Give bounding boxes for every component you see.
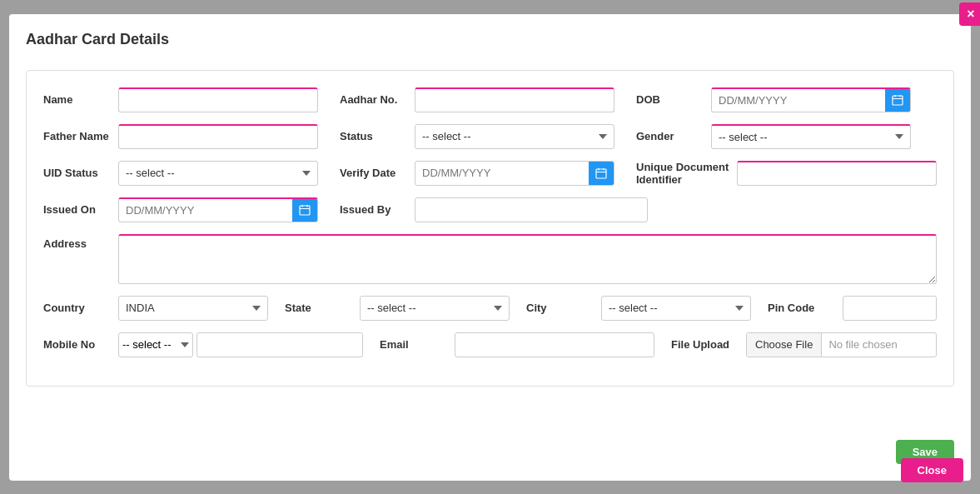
- aadhar-no-input[interactable]: [415, 87, 614, 112]
- issued-on-calendar-btn[interactable]: [292, 197, 317, 222]
- dob-label: DOB: [636, 93, 703, 106]
- issued-on-group: [118, 197, 318, 222]
- close-button[interactable]: Close: [901, 458, 963, 482]
- verify-date-label: Verify Date: [340, 167, 406, 179]
- state-select[interactable]: -- select --: [360, 296, 510, 321]
- status-label: Status: [340, 130, 406, 142]
- pin-code-label: Pin Code: [768, 302, 834, 314]
- issued-by-input[interactable]: [415, 197, 648, 222]
- modal-overlay: × Aadhar Card Details Name Aadhar No. DO…: [0, 0, 980, 494]
- no-file-chosen-label: No file chosen: [822, 334, 936, 355]
- dob-input[interactable]: [712, 90, 885, 111]
- country-select[interactable]: INDIA: [118, 296, 268, 321]
- mobile-select-group: -- select --: [118, 332, 363, 357]
- aadhar-no-label: Aadhar No.: [340, 93, 406, 106]
- city-select[interactable]: -- select --: [601, 296, 751, 321]
- form-row-address: Address: [43, 234, 937, 284]
- form-row-4: Issued On Issued By: [43, 197, 937, 222]
- email-input[interactable]: [455, 332, 654, 357]
- address-textarea[interactable]: [118, 234, 937, 284]
- choose-file-button[interactable]: Choose File: [747, 332, 822, 357]
- svg-rect-8: [300, 206, 310, 215]
- email-label: Email: [380, 338, 446, 351]
- issued-on-label: Issued On: [43, 203, 110, 216]
- form-row-contact: Mobile No -- select -- Email File Upload…: [43, 332, 937, 357]
- file-input-group: Choose File No file chosen: [746, 332, 937, 357]
- unique-doc-input[interactable]: [737, 161, 937, 186]
- verify-date-calendar-btn[interactable]: [589, 161, 614, 186]
- father-name-input[interactable]: [118, 124, 318, 149]
- uid-status-select[interactable]: -- select --: [118, 161, 318, 186]
- svg-rect-4: [596, 169, 606, 178]
- gender-select[interactable]: -- select --: [711, 124, 911, 149]
- dob-date-group: [711, 87, 911, 112]
- issued-on-input[interactable]: [119, 200, 292, 221]
- pin-code-input[interactable]: [843, 296, 937, 321]
- verify-date-group: [415, 161, 614, 186]
- verify-date-input[interactable]: [415, 162, 589, 183]
- form-row-1: Name Aadhar No. DOB: [43, 87, 937, 112]
- address-label: Address: [43, 234, 110, 250]
- mobile-input[interactable]: [196, 332, 363, 357]
- form-row-location: Country INDIA State -- select -- City --…: [43, 296, 937, 321]
- unique-doc-label: Unique DocumentIdentifier: [636, 161, 729, 186]
- mobile-country-code-select[interactable]: -- select --: [118, 332, 193, 357]
- father-name-label: Father Name: [43, 130, 110, 142]
- dob-calendar-btn[interactable]: [885, 87, 910, 112]
- form-row-3: UID Status -- select -- Verify Date: [43, 161, 937, 186]
- file-upload-label: File Upload: [671, 338, 738, 351]
- state-label: State: [285, 302, 351, 314]
- modal-container: × Aadhar Card Details Name Aadhar No. DO…: [9, 14, 971, 481]
- status-select[interactable]: -- select --: [415, 124, 614, 149]
- modal-title: Aadhar Card Details: [26, 31, 954, 55]
- uid-status-label: UID Status: [43, 167, 110, 179]
- form-card: Name Aadhar No. DOB: [26, 70, 954, 387]
- name-input[interactable]: [118, 87, 318, 112]
- gender-label: Gender: [636, 130, 703, 142]
- name-label: Name: [43, 93, 110, 106]
- svg-rect-0: [893, 96, 903, 105]
- modal-x-button[interactable]: ×: [959, 2, 980, 26]
- form-row-2: Father Name Status -- select -- Gender -…: [43, 124, 937, 149]
- issued-by-label: Issued By: [340, 203, 406, 216]
- mobile-no-label: Mobile No: [43, 338, 110, 351]
- country-label: Country: [43, 302, 110, 314]
- city-label: City: [526, 302, 593, 314]
